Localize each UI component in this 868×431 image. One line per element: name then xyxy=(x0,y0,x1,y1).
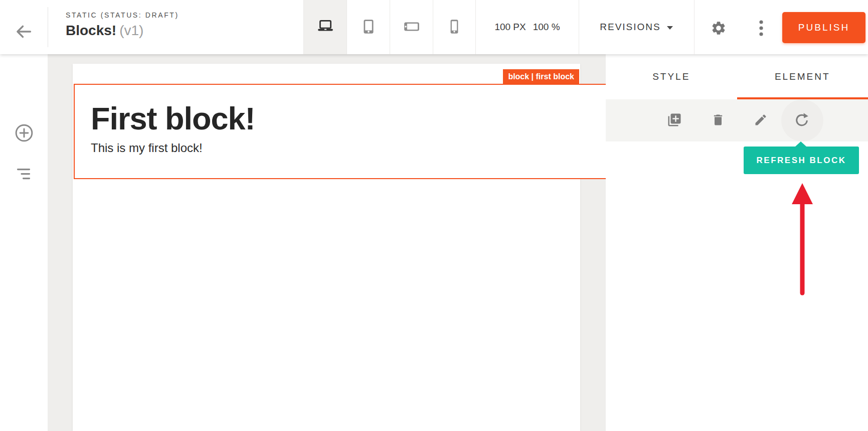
delete-block-button[interactable] xyxy=(708,110,728,130)
page-builder-app: STATIC (STATUS: DRAFT) Blocks!(v1) xyxy=(0,0,868,431)
block-heading: First block! xyxy=(91,102,592,135)
duplicate-icon xyxy=(667,112,682,129)
phone-landscape-icon xyxy=(403,18,421,37)
tablet-icon xyxy=(360,18,378,37)
settings-button[interactable] xyxy=(708,18,730,40)
revisions-dropdown[interactable]: REVISIONS xyxy=(579,0,695,54)
page-title-text: Blocks! xyxy=(66,23,116,38)
add-block-button[interactable] xyxy=(13,122,35,145)
back-arrow-icon xyxy=(13,22,33,43)
document-title-group: STATIC (STATUS: DRAFT) Blocks!(v1) xyxy=(66,11,179,39)
header-divider xyxy=(48,7,48,47)
page-version: (v1) xyxy=(119,23,143,38)
canvas-zoom-info: 100 PX 100 % xyxy=(476,0,579,54)
canvas-zoom-value: 100 % xyxy=(533,22,560,33)
duplicate-block-button[interactable] xyxy=(664,110,684,130)
back-button[interactable] xyxy=(12,21,34,43)
left-toolbar xyxy=(0,54,48,431)
block-paragraph: This is my first block! xyxy=(91,141,592,155)
device-preview-switcher xyxy=(303,0,476,54)
device-desktop-button[interactable] xyxy=(303,0,346,54)
tooltip-pointer xyxy=(795,141,806,147)
header: STATIC (STATUS: DRAFT) Blocks!(v1) xyxy=(0,0,868,54)
pencil-icon xyxy=(754,113,768,128)
chevron-down-icon xyxy=(667,26,673,30)
refresh-block-button[interactable] xyxy=(792,110,812,130)
selected-block[interactable]: First block! This is my first block! xyxy=(74,84,609,179)
device-mobile-portrait-button[interactable] xyxy=(433,0,476,54)
laptop-icon xyxy=(316,18,334,37)
tab-element[interactable]: ELEMENT xyxy=(737,54,868,99)
preview-page: block | first block First block! This is… xyxy=(73,64,580,431)
publish-button[interactable]: PUBLISH xyxy=(782,12,865,43)
block-selection-badge: block | first block xyxy=(503,69,579,84)
refresh-icon xyxy=(794,112,810,129)
status-label: STATIC (STATUS: DRAFT) xyxy=(66,11,179,19)
edit-block-button[interactable] xyxy=(751,110,771,130)
inspector-panel: STYLE ELEMENT xyxy=(606,54,868,431)
trash-icon xyxy=(711,113,725,128)
canvas-width-value: 100 PX xyxy=(494,22,526,33)
element-toolbar xyxy=(606,99,868,141)
editor-canvas: block | first block First block! This is… xyxy=(48,54,606,431)
gear-icon xyxy=(711,20,727,38)
more-options-button[interactable] xyxy=(751,18,771,40)
device-tablet-button[interactable] xyxy=(346,0,390,54)
inspector-tabs: STYLE ELEMENT xyxy=(606,54,868,99)
tooltip-label: REFRESH BLOCK xyxy=(757,156,846,166)
tab-style[interactable]: STYLE xyxy=(606,54,737,99)
block-list-icon xyxy=(16,167,32,183)
plus-circle-icon xyxy=(15,123,34,144)
refresh-block-tooltip: REFRESH BLOCK xyxy=(744,147,859,174)
annotation-arrow-icon xyxy=(787,182,817,301)
block-list-button[interactable] xyxy=(13,164,35,186)
phone-portrait-icon xyxy=(445,18,463,37)
page-title: Blocks!(v1) xyxy=(66,23,179,39)
device-mobile-landscape-button[interactable] xyxy=(390,0,433,54)
kebab-menu-icon xyxy=(759,20,764,38)
revisions-label: REVISIONS xyxy=(600,22,660,33)
